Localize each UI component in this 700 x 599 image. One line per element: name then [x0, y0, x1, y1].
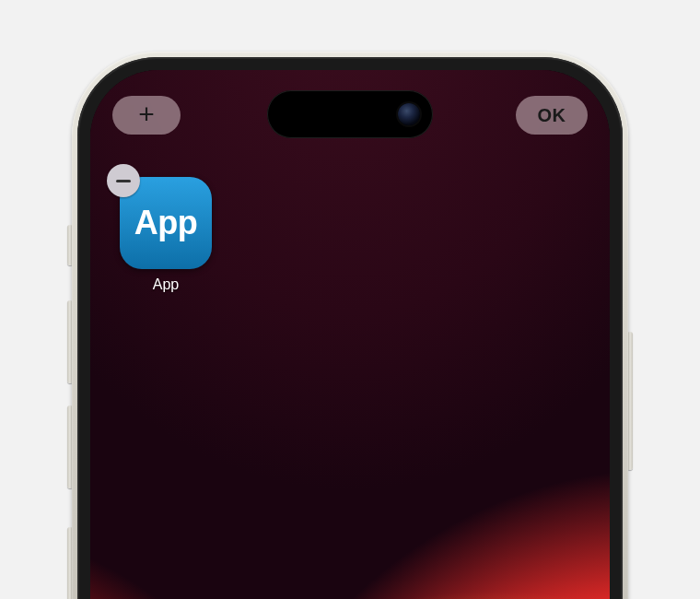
plus-icon: + — [138, 100, 155, 128]
front-camera-icon — [398, 103, 420, 125]
done-button[interactable]: OK — [516, 96, 588, 135]
app-icon[interactable]: App — [120, 177, 212, 269]
dynamic-island — [267, 90, 433, 138]
phone-frame: + OK App App — [72, 52, 628, 599]
app-label: App — [118, 276, 214, 293]
remove-app-button[interactable] — [107, 164, 140, 197]
add-widget-button[interactable]: + — [112, 96, 181, 135]
app-slot: App App — [118, 177, 214, 293]
phone-bezel: + OK App App — [77, 57, 623, 599]
home-wallpaper — [90, 70, 610, 599]
phone-screen: + OK App App — [90, 70, 610, 599]
done-button-label: OK — [538, 105, 566, 126]
minus-icon — [116, 180, 131, 182]
app-icon-text: App — [134, 204, 197, 242]
